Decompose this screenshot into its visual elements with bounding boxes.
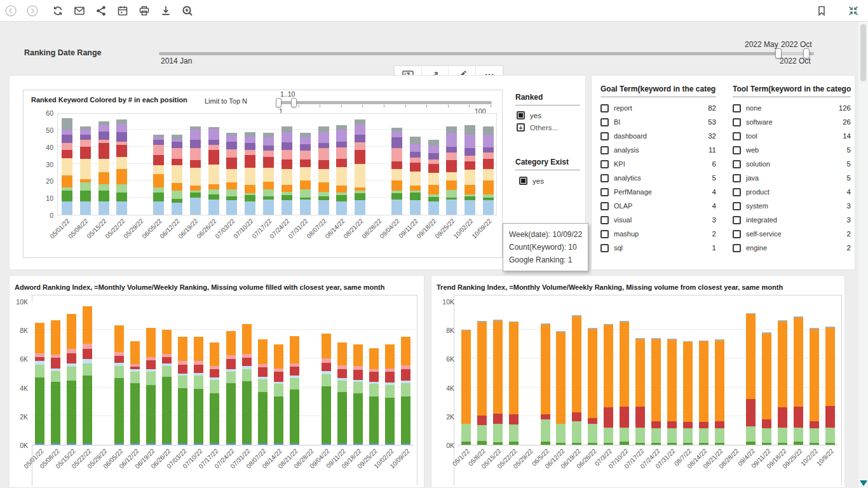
bar-segment[interactable] (391, 169, 402, 181)
stacked-bar[interactable] (281, 126, 292, 215)
bar-segment[interactable] (226, 331, 236, 355)
bar-segment[interactable] (153, 165, 164, 173)
bar-segment[interactable] (391, 200, 402, 215)
bar-segment[interactable] (746, 314, 756, 398)
bar-segment[interactable] (385, 344, 395, 368)
bar-segment[interactable] (336, 195, 347, 201)
bar-segment[interactable] (258, 379, 268, 392)
bar-segment[interactable] (226, 142, 237, 149)
bar-segment[interactable] (651, 421, 661, 428)
bar-segment[interactable] (336, 130, 347, 142)
bar-segment[interactable] (242, 358, 252, 367)
stacked-bar[interactable] (258, 339, 268, 445)
stacked-bar[interactable] (391, 128, 402, 215)
checkbox-unchecked-icon[interactable] (733, 146, 741, 154)
stacked-bar[interactable] (483, 126, 494, 215)
bar-segment[interactable] (83, 444, 92, 445)
bar-segment[interactable] (178, 365, 187, 374)
bar-segment[interactable] (226, 200, 237, 215)
term-row[interactable]: analysis11 (600, 143, 716, 157)
stacked-bar[interactable] (263, 133, 274, 215)
bar-segment[interactable] (300, 180, 311, 189)
bar-segment[interactable] (337, 381, 347, 392)
bar-segment[interactable] (98, 132, 109, 140)
bar-segment[interactable] (83, 359, 92, 363)
bar-segment[interactable] (541, 414, 550, 419)
bar-segment[interactable] (651, 443, 661, 445)
stacked-bar[interactable] (274, 344, 283, 445)
bar-segment[interactable] (98, 159, 109, 172)
bar-segment[interactable] (322, 358, 331, 363)
bar-segment[interactable] (263, 133, 274, 137)
stacked-bar[interactable] (385, 344, 395, 445)
stacked-bar[interactable] (300, 133, 311, 215)
bar-segment[interactable] (428, 185, 439, 194)
bar-segment[interactable] (62, 130, 72, 135)
bar-segment[interactable] (509, 322, 519, 414)
bar-segment[interactable] (178, 376, 187, 388)
stacked-bar[interactable] (336, 125, 347, 215)
bar-segment[interactable] (245, 143, 255, 150)
bar-segment[interactable] (588, 443, 597, 445)
bar-segment[interactable] (509, 424, 519, 442)
bar-segment[interactable] (245, 195, 255, 201)
term-row[interactable]: web5 (733, 143, 851, 157)
bar-segment[interactable] (98, 143, 109, 158)
expand-plus-icon[interactable] (517, 123, 525, 132)
stacked-bar[interactable] (353, 344, 363, 445)
bar-segment[interactable] (410, 144, 421, 152)
bar-segment[interactable] (322, 374, 331, 386)
bar-segment[interactable] (794, 407, 803, 428)
bar-segment[interactable] (242, 444, 252, 445)
bar-segment[interactable] (465, 200, 475, 215)
bar-segment[interactable] (130, 341, 140, 364)
bar-segment[interactable] (300, 144, 311, 151)
bar-segment[interactable] (162, 330, 172, 354)
bar-segment[interactable] (667, 421, 677, 428)
checkbox-unchecked-icon[interactable] (600, 230, 609, 238)
bar-segment[interactable] (226, 189, 237, 196)
bar-segment[interactable] (67, 349, 76, 353)
bar-segment[interactable] (51, 444, 60, 445)
bar-segment[interactable] (355, 150, 365, 163)
bar-segment[interactable] (446, 180, 457, 190)
adword-chart[interactable]: 0K2K4K6K8K10K05/01/2205/08/2205/15/2205/… (11, 302, 414, 480)
bar-segment[interactable] (318, 169, 329, 182)
bar-segment[interactable] (794, 318, 803, 407)
bar-segment[interactable] (263, 157, 274, 168)
bar-segment[interactable] (116, 157, 127, 169)
stacked-bar[interactable] (667, 339, 677, 445)
bar-segment[interactable] (635, 339, 645, 407)
bar-segment[interactable] (116, 132, 127, 142)
checkbox-unchecked-icon[interactable] (600, 146, 609, 154)
bar-segment[interactable] (391, 137, 402, 148)
bar-segment[interactable] (778, 407, 787, 428)
bar-segment[interactable] (226, 444, 236, 445)
bar-segment[interactable] (67, 381, 76, 444)
stacked-bar[interactable] (715, 339, 724, 445)
checkbox-unchecked-icon[interactable] (600, 160, 609, 168)
bar-segment[interactable] (410, 193, 421, 200)
stacked-bar[interactable] (369, 348, 379, 445)
bar-segment[interactable] (245, 132, 255, 137)
bar-segment[interactable] (667, 428, 677, 443)
bar-segment[interactable] (300, 159, 311, 167)
bar-segment[interactable] (477, 322, 487, 416)
bar-segment[interactable] (683, 342, 693, 421)
stacked-bar[interactable] (794, 316, 803, 445)
term-row[interactable]: engine2 (733, 241, 851, 255)
bar-segment[interactable] (391, 161, 402, 169)
bar-segment[interactable] (116, 193, 127, 201)
bar-segment[interactable] (226, 169, 237, 182)
bar-segment[interactable] (210, 393, 219, 444)
download-button[interactable] (155, 0, 177, 22)
bar-segment[interactable] (83, 376, 92, 444)
bar-segment[interactable] (572, 316, 581, 412)
bar-segment[interactable] (493, 424, 503, 442)
bar-segment[interactable] (410, 137, 421, 144)
stacked-bar[interactable] (194, 337, 203, 445)
bar-segment[interactable] (190, 168, 201, 186)
bar-segment[interactable] (401, 337, 410, 365)
bar-segment[interactable] (825, 406, 835, 428)
stacked-bar[interactable] (116, 119, 127, 215)
